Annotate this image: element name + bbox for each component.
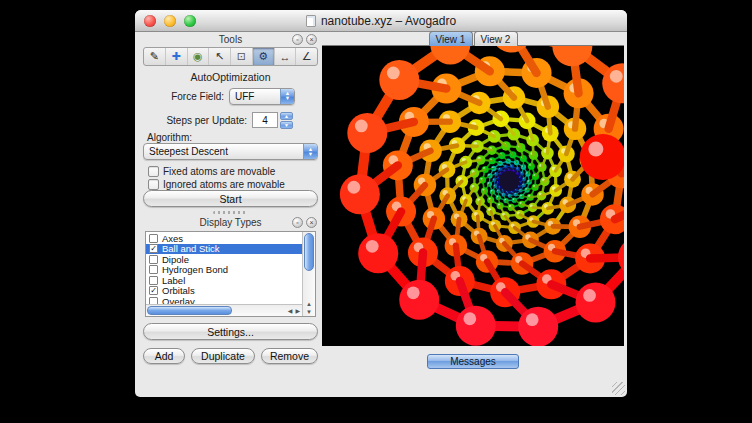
dock-splitter-handle[interactable]	[213, 211, 248, 214]
vertical-scrollbar[interactable]: ▲ ▼	[302, 232, 315, 316]
scroll-up-icon[interactable]: ▲	[306, 301, 312, 307]
scrollbar-thumb[interactable]	[304, 233, 314, 271]
bond-centric-tool[interactable]: ◉	[188, 48, 210, 65]
display-type-checkbox[interactable]: ✓	[149, 286, 158, 295]
display-type-label: Label	[162, 275, 185, 286]
add-button[interactable]: Add	[143, 348, 185, 364]
display-type-label: Overlay	[162, 296, 195, 304]
algorithm-label: Algorithm:	[147, 132, 192, 143]
display-type-checkbox[interactable]	[149, 265, 158, 274]
algorithm-select[interactable]: Steepest Descent ▲▼	[143, 143, 318, 160]
manipulate-tool[interactable]: ↖	[209, 48, 231, 65]
scroll-right-icon[interactable]: ▶	[295, 307, 300, 314]
steps-row: Steps per Update: 4 ▲ ▼	[143, 111, 318, 129]
settings-button[interactable]: Settings...	[143, 323, 318, 340]
measure-tool[interactable]: ↔	[275, 48, 297, 65]
ignored-atoms-label: Ignored atoms are movable	[163, 179, 285, 190]
view-tabs: View 1 View 2	[322, 31, 624, 46]
force-field-value: UFF	[230, 91, 280, 102]
display-type-row[interactable]: Hydrogen Bond	[146, 265, 302, 276]
display-type-label: Hydrogen Bond	[162, 264, 228, 275]
duplicate-button[interactable]: Duplicate	[191, 348, 255, 364]
selection-tool[interactable]: ⊡	[231, 48, 253, 65]
tools-panel-header: Tools ▫ ×	[143, 34, 318, 47]
display-type-checkbox[interactable]: ✓	[149, 244, 158, 253]
popup-arrows-icon: ▲▼	[303, 144, 317, 159]
fixed-atoms-checkbox[interactable]	[148, 166, 159, 177]
force-field-select[interactable]: UFF ▲▼	[229, 88, 295, 105]
tool-toolbar: ✎✚◉↖⊡⚙↔∠	[143, 47, 318, 66]
display-types-list: Axes✓Ball and StickDipoleHydrogen BondLa…	[145, 231, 316, 317]
force-field-label: Force Field:	[171, 91, 224, 102]
stepper-down-icon[interactable]: ▼	[280, 121, 293, 129]
navigate-tool[interactable]: ✚	[166, 48, 188, 65]
window-title: nanotube.xyz – Avogadro	[321, 14, 456, 28]
auto-optimize-tool[interactable]: ⚙	[253, 48, 275, 65]
steps-value[interactable]: 4	[252, 112, 278, 128]
display-type-row[interactable]: Dipole	[146, 254, 302, 265]
display-type-checkbox[interactable]	[149, 297, 158, 304]
autooptimization-title: AutoOptimization	[143, 71, 318, 83]
display-type-label: Axes	[162, 233, 183, 244]
popup-arrows-icon: ▲▼	[280, 89, 294, 104]
display-type-label: Ball and Stick	[162, 243, 220, 254]
display-type-checkbox[interactable]	[149, 276, 158, 285]
tab-view-1[interactable]: View 1	[429, 31, 473, 46]
align-tool[interactable]: ∠	[296, 48, 317, 65]
viewport[interactable]	[322, 46, 624, 346]
fixed-atoms-checkbox-row[interactable]: Fixed atoms are movable	[148, 166, 275, 177]
steps-per-update-label: Steps per Update:	[166, 115, 247, 126]
scroll-left-icon[interactable]: ◀	[288, 307, 293, 314]
stepper-up-icon[interactable]: ▲	[280, 112, 293, 120]
display-type-checkbox[interactable]	[149, 234, 158, 243]
fixed-atoms-label: Fixed atoms are movable	[163, 166, 275, 177]
messages-button[interactable]: Messages	[427, 354, 519, 369]
remove-button[interactable]: Remove	[261, 348, 318, 364]
avogadro-window: nanotube.xyz – Avogadro Tools ▫ × ✎✚◉↖⊡⚙…	[135, 10, 627, 397]
traffic-lights	[144, 15, 196, 27]
display-type-row[interactable]: ✓Orbitals	[146, 286, 302, 297]
scrollbar-thumb[interactable]	[147, 306, 232, 315]
minimize-window-button[interactable]	[164, 15, 176, 27]
display-type-label: Orbitals	[162, 285, 195, 296]
nanotube-render	[322, 46, 624, 346]
display-type-row[interactable]: ✓Ball and Stick	[146, 244, 302, 255]
display-type-row[interactable]: Overlay	[146, 296, 302, 304]
tab-view-2[interactable]: View 2	[474, 31, 518, 46]
close-window-button[interactable]	[144, 15, 156, 27]
display-type-row[interactable]: Axes	[146, 233, 302, 244]
document-icon	[306, 15, 316, 27]
ignored-atoms-checkbox-row[interactable]: Ignored atoms are movable	[148, 179, 285, 190]
draw-tool[interactable]: ✎	[144, 48, 166, 65]
undock-panel-icon[interactable]: ▫	[292, 34, 303, 45]
steps-stepper[interactable]: 4 ▲ ▼	[252, 112, 293, 129]
display-type-row[interactable]: Label	[146, 275, 302, 286]
display-type-label: Dipole	[162, 254, 189, 265]
algorithm-value: Steepest Descent	[144, 146, 303, 157]
window-title-area: nanotube.xyz – Avogadro	[195, 14, 567, 28]
resize-grip[interactable]	[612, 382, 625, 395]
horizontal-scrollbar[interactable]: ◀ ▶	[146, 304, 302, 316]
start-button[interactable]: Start	[143, 190, 318, 207]
desktop-background: nanotube.xyz – Avogadro Tools ▫ × ✎✚◉↖⊡⚙…	[0, 0, 752, 423]
force-field-row: Force Field: UFF ▲▼	[143, 87, 318, 105]
undock-panel-icon[interactable]: ▫	[292, 217, 303, 228]
titlebar[interactable]: nanotube.xyz – Avogadro	[135, 10, 627, 32]
scroll-down-icon[interactable]: ▼	[306, 309, 312, 315]
display-type-checkbox[interactable]	[149, 255, 158, 264]
ignored-atoms-checkbox[interactable]	[148, 179, 159, 190]
messages-bar: Messages	[322, 354, 624, 369]
display-types-panel-header: Display Types ▫ ×	[143, 217, 318, 230]
close-panel-icon[interactable]: ×	[306, 34, 317, 45]
close-panel-icon[interactable]: ×	[306, 217, 317, 228]
display-types-rows: Axes✓Ball and StickDipoleHydrogen BondLa…	[146, 233, 302, 304]
